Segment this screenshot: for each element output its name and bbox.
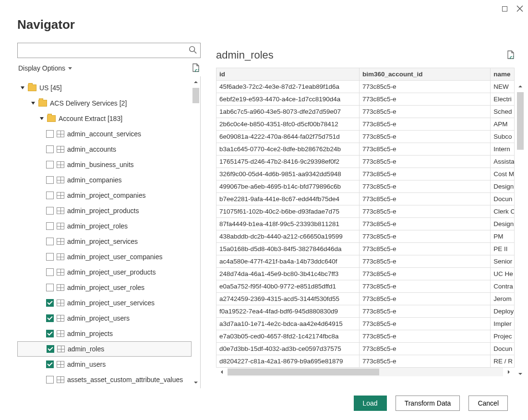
checkbox[interactable]	[46, 222, 54, 230]
tree-scrollbar[interactable]	[192, 76, 200, 388]
table-row[interactable]: 15a0168b-d5d8-40b3-84f5-3827846d46da773c…	[216, 243, 515, 255]
tree-folder-us[interactable]: US [45]	[17, 80, 192, 96]
tree-item-admin_projects[interactable]: admin_projects	[17, 326, 192, 341]
tree-item-admin_project_roles[interactable]: admin_project_roles	[17, 218, 192, 234]
table-cell: UC He	[491, 268, 515, 280]
tree-item-admin_project_user_products[interactable]: admin_project_user_products	[17, 264, 192, 280]
table-row[interactable]: 45f6ade3-72c2-4e3e-87d2-71eab89f1d6a773c…	[216, 81, 515, 93]
table-cell: 773c85c5-e	[360, 81, 491, 93]
table-row[interactable]: a2742459-2369-4315-acd5-3144f530fd55773c…	[216, 293, 515, 305]
checkbox[interactable]	[46, 145, 54, 153]
scroll-down-icon[interactable]	[192, 377, 200, 388]
checkbox[interactable]	[46, 176, 54, 184]
scrollbar-thumb[interactable]	[517, 92, 524, 150]
checkbox[interactable]	[46, 376, 54, 384]
table-cell: 773c85c5-e	[360, 355, 491, 368]
checkbox[interactable]	[46, 268, 54, 276]
table-cell: Impler	[491, 318, 515, 330]
scroll-up-icon[interactable]	[516, 81, 525, 92]
table-row[interactable]: 248d74da-46a1-45e9-bc80-3b41c4bc7ff3773c…	[216, 268, 515, 280]
tree-item-admin_account_services[interactable]: admin_account_services	[17, 126, 192, 142]
window-close-button[interactable]	[516, 5, 523, 12]
tree-folder-acs[interactable]: ACS Delivery Services [2]	[17, 96, 192, 111]
preview-hscrollbar[interactable]	[216, 368, 515, 376]
table-row[interactable]: e0a5a752-f95f-40b0-9772-e851d85dffd1773c…	[216, 280, 515, 293]
table-row[interactable]: 6ebf2e19-e593-4470-a4ce-1d7cc8190d4a773c…	[216, 93, 515, 106]
checkbox[interactable]	[46, 314, 54, 322]
tree-item-admin_project_user_services[interactable]: admin_project_user_services	[17, 295, 192, 311]
tree-item-admin_accounts[interactable]: admin_accounts	[17, 142, 192, 157]
scroll-up-icon[interactable]	[192, 76, 200, 88]
load-button[interactable]: Load	[354, 396, 387, 411]
preview-vscrollbar[interactable]	[516, 81, 525, 380]
scrollbar-thumb[interactable]	[228, 369, 379, 375]
table-row[interactable]: b3a1c645-0770-4ce2-8dfe-bb286762b24b773c…	[216, 143, 515, 156]
tree-item-admin_project_user_roles[interactable]: admin_project_user_roles	[17, 280, 192, 295]
table-icon	[57, 207, 64, 214]
tree-item-admin_project_user_companies[interactable]: admin_project_user_companies	[17, 249, 192, 264]
checkbox[interactable]	[46, 192, 54, 199]
display-options-label: Display Options	[18, 64, 65, 72]
scroll-left-icon[interactable]	[216, 368, 228, 376]
table-row[interactable]: 499067be-a6eb-4695-b14c-bfd779896c6b773c…	[216, 180, 515, 193]
tree-item-admin_roles[interactable]: admin_roles	[17, 341, 192, 357]
table-row[interactable]: b7ee2281-9afa-441e-8c67-edd44fb75de4773c…	[216, 193, 515, 205]
new-query-icon[interactable]	[192, 63, 200, 73]
table-cell: NEW	[491, 81, 515, 93]
page-title: Navigator	[0, 17, 528, 43]
table-row[interactable]: 2b6c0c4e-b850-4351-8fc0-d5cf00b78412773c…	[216, 118, 515, 131]
folder-icon	[47, 115, 56, 122]
refresh-preview-icon[interactable]	[507, 50, 515, 60]
checkbox[interactable]	[46, 299, 54, 307]
table-cell: Cost M	[491, 168, 515, 180]
table-row[interactable]: d8204227-c81a-42a1-8679-b9a695e81879773c…	[216, 355, 515, 368]
tree-item-admin_project_users[interactable]: admin_project_users	[17, 311, 192, 326]
table-row[interactable]: a3d7aa10-1e71-4e2c-bdca-aa42e4d64915773c…	[216, 318, 515, 330]
tree-item-admin_companies[interactable]: admin_companies	[17, 172, 192, 188]
scrollbar-thumb[interactable]	[192, 88, 199, 103]
search-box[interactable]	[17, 43, 201, 58]
table-row[interactable]: f0a19522-7ea4-4fad-bdf6-945d880830d9773c…	[216, 305, 515, 318]
table-row[interactable]: d0e7d3bb-15df-4032-ad3b-ce0597d37575773c…	[216, 343, 515, 355]
checkbox[interactable]	[46, 330, 54, 337]
checkbox[interactable]	[46, 238, 54, 245]
search-input[interactable]	[21, 46, 189, 55]
table-row[interactable]: 438abddb-dc2b-4440-a212-c66650a19599773c…	[216, 230, 515, 243]
table-cell: Deploy	[491, 305, 515, 318]
column-header[interactable]: id	[216, 68, 360, 81]
table-row[interactable]: 71075f61-102b-40c2-b6be-d93fadae7d75773c…	[216, 205, 515, 218]
tree-item-admin_business_units[interactable]: admin_business_units	[17, 157, 192, 172]
column-header[interactable]: name	[491, 68, 515, 81]
table-row[interactable]: 17651475-d246-47b2-8416-9c29398ef0f2773c…	[216, 156, 515, 168]
window-maximize-button[interactable]	[501, 5, 508, 12]
checkbox[interactable]	[46, 253, 54, 261]
checkbox[interactable]	[46, 360, 54, 368]
table-row[interactable]: 87fa4449-b1ea-418f-99c5-23393b811281773c…	[216, 218, 515, 230]
tree-folder-account-extract[interactable]: Account Extract [183]	[17, 111, 192, 126]
tree-item-admin_project_companies[interactable]: admin_project_companies	[17, 188, 192, 203]
tree-item-admin_project_services[interactable]: admin_project_services	[17, 234, 192, 249]
checkbox[interactable]	[46, 284, 54, 291]
checkbox[interactable]	[46, 207, 54, 215]
tree-item-admin_users[interactable]: admin_users	[17, 357, 192, 372]
transform-data-button[interactable]: Transform Data	[396, 396, 460, 411]
table-row[interactable]: 326f9c00-05d4-4d6b-9851-aa9342dd5948773c…	[216, 168, 515, 180]
table-row[interactable]: ac4a580e-477f-421f-ba4a-14b73ddc640f773c…	[216, 255, 515, 268]
checkbox[interactable]	[47, 345, 54, 353]
tree-item-admin_project_products[interactable]: admin_project_products	[17, 203, 192, 218]
table-row[interactable]: 6e09081a-4222-470a-8644-fa02f75d751d773c…	[216, 131, 515, 143]
table-row[interactable]: e7a03b05-ced0-4657-8fd2-1c42174fbc8a773c…	[216, 330, 515, 343]
scroll-right-icon[interactable]	[503, 368, 515, 376]
checkbox[interactable]	[46, 130, 54, 138]
scroll-down-icon[interactable]	[516, 368, 525, 380]
table-icon	[57, 146, 64, 153]
display-options-dropdown[interactable]: Display Options	[18, 64, 72, 72]
folder-icon	[38, 100, 47, 107]
table-row[interactable]: 1ab6c7c5-a960-43e5-8073-dfe2d7d59e07773c…	[216, 106, 515, 118]
column-header[interactable]: bim360_account_id	[360, 68, 491, 81]
tree-item-label: admin_users	[67, 360, 106, 368]
tree-item-assets_asset_custom_attribute_values[interactable]: assets_asset_custom_attribute_values	[17, 372, 192, 387]
checkbox[interactable]	[46, 161, 54, 168]
table-icon	[57, 161, 64, 168]
cancel-button[interactable]: Cancel	[468, 396, 508, 411]
